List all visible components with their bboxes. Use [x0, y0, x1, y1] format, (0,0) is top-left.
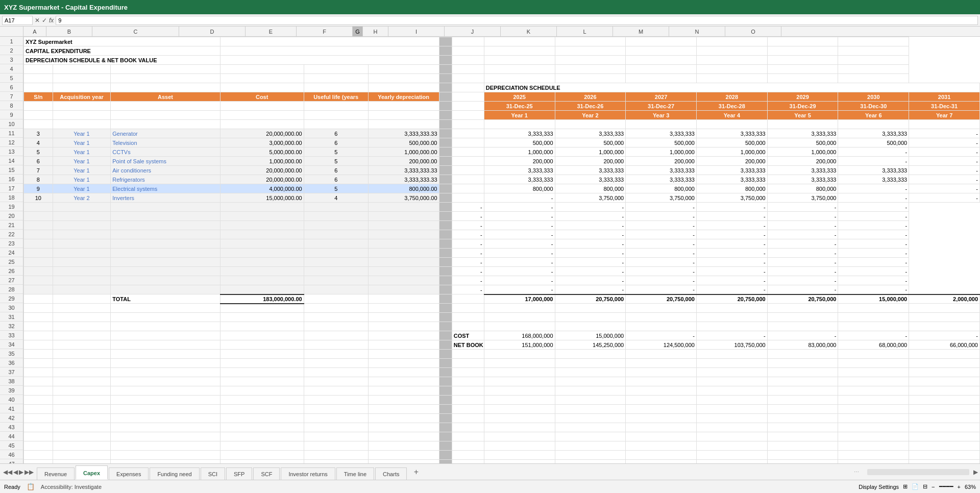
- cell[interactable]: -: [696, 230, 767, 239]
- cell[interactable]: -: [696, 267, 767, 276]
- cell[interactable]: [439, 405, 452, 414]
- cell[interactable]: CCTVs: [111, 147, 220, 157]
- cell[interactable]: [838, 451, 909, 460]
- cell[interactable]: -: [452, 203, 484, 212]
- cell[interactable]: -: [452, 212, 484, 221]
- cell[interactable]: [53, 313, 111, 322]
- cell[interactable]: [24, 340, 53, 350]
- cell[interactable]: 3,000,000.00: [220, 138, 304, 147]
- cell[interactable]: [439, 386, 452, 396]
- cell[interactable]: 2030: [838, 92, 909, 102]
- cell[interactable]: [909, 423, 980, 432]
- cell[interactable]: 4,000,000.00: [220, 184, 304, 193]
- cell[interactable]: [368, 285, 439, 294]
- cell[interactable]: [304, 386, 368, 396]
- cell[interactable]: 800,000: [555, 184, 626, 193]
- cell[interactable]: [304, 377, 368, 386]
- cell[interactable]: [767, 37, 838, 46]
- cell[interactable]: [24, 405, 53, 414]
- cell[interactable]: [452, 102, 484, 111]
- cell[interactable]: [111, 359, 220, 368]
- cell[interactable]: [767, 386, 838, 396]
- cell[interactable]: [24, 423, 53, 432]
- cell[interactable]: [452, 396, 484, 405]
- cell[interactable]: [111, 221, 220, 230]
- cell[interactable]: [53, 258, 111, 267]
- cell[interactable]: -: [626, 212, 697, 221]
- cell[interactable]: -: [838, 157, 909, 166]
- cell[interactable]: [368, 239, 439, 249]
- cell[interactable]: [555, 322, 626, 331]
- cell[interactable]: [439, 432, 452, 441]
- cell[interactable]: [439, 37, 452, 46]
- cell[interactable]: [24, 396, 53, 405]
- cell[interactable]: [696, 304, 767, 313]
- cell[interactable]: -: [696, 203, 767, 212]
- cell[interactable]: [439, 340, 452, 350]
- cell[interactable]: -: [909, 184, 980, 193]
- cell[interactable]: [452, 193, 484, 203]
- sheet-tab-investor-returns[interactable]: Investor returns: [281, 467, 335, 480]
- cell[interactable]: [484, 368, 555, 377]
- cell[interactable]: [439, 258, 452, 267]
- cell[interactable]: -: [555, 221, 626, 230]
- cell[interactable]: [24, 258, 53, 267]
- cell-reference-input[interactable]: [2, 16, 33, 25]
- cell[interactable]: 4: [24, 138, 53, 147]
- cell[interactable]: [24, 203, 53, 212]
- cell[interactable]: [439, 56, 452, 65]
- cell[interactable]: [626, 460, 697, 464]
- col-header-i[interactable]: I: [388, 27, 445, 36]
- cell[interactable]: -: [838, 276, 909, 285]
- cell[interactable]: [452, 460, 484, 464]
- cell[interactable]: [304, 432, 368, 441]
- cell[interactable]: [439, 451, 452, 460]
- cell[interactable]: [24, 212, 53, 221]
- cell[interactable]: -: [767, 258, 838, 267]
- cell[interactable]: [484, 451, 555, 460]
- cell[interactable]: 68,000,000: [838, 340, 909, 350]
- cell[interactable]: 800,000: [696, 184, 767, 193]
- cell[interactable]: 20,000,000.00: [220, 175, 304, 184]
- cell[interactable]: [111, 267, 220, 276]
- cell[interactable]: Year 1: [53, 129, 111, 138]
- page-break-icon[interactable]: ⊟: [923, 483, 927, 490]
- cell[interactable]: [111, 423, 220, 432]
- cell[interactable]: [368, 276, 439, 285]
- cell[interactable]: [439, 111, 452, 120]
- cell[interactable]: [439, 304, 452, 313]
- sheet-tab-expenses[interactable]: Expenses: [109, 467, 149, 480]
- cell[interactable]: 20,750,000: [626, 294, 697, 304]
- scroll-right-arrow[interactable]: ▶: [973, 469, 978, 476]
- cell[interactable]: 124,500,000: [626, 340, 697, 350]
- cell[interactable]: [24, 432, 53, 441]
- cell[interactable]: [452, 74, 484, 83]
- sheet-tab-sfp[interactable]: SFP: [226, 467, 252, 480]
- cell[interactable]: [53, 285, 111, 294]
- cell[interactable]: [304, 212, 368, 221]
- cell[interactable]: [838, 120, 909, 129]
- cell[interactable]: -: [626, 221, 697, 230]
- cell[interactable]: [24, 441, 53, 451]
- cell[interactable]: [304, 74, 368, 83]
- nav-arrows[interactable]: ◀◀ ◀ ▶ ▶▶: [0, 469, 37, 476]
- cell[interactable]: [24, 331, 53, 340]
- cell[interactable]: [111, 460, 220, 464]
- cell[interactable]: [767, 414, 838, 423]
- zoom-slider[interactable]: ━━━━: [939, 483, 953, 490]
- cell[interactable]: [53, 203, 111, 212]
- cell[interactable]: -: [767, 285, 838, 294]
- col-header-c[interactable]: C: [92, 27, 179, 36]
- cell[interactable]: Year 2: [53, 193, 111, 203]
- cell[interactable]: [696, 451, 767, 460]
- cell[interactable]: -: [838, 267, 909, 276]
- cell[interactable]: [626, 359, 697, 368]
- cell[interactable]: [439, 276, 452, 285]
- cell[interactable]: [304, 304, 368, 313]
- cell[interactable]: [439, 166, 452, 175]
- cell[interactable]: [368, 74, 439, 83]
- cell[interactable]: -: [767, 267, 838, 276]
- cell[interactable]: [838, 405, 909, 414]
- cell[interactable]: Year 6: [838, 111, 909, 120]
- cell[interactable]: 168,000,000: [484, 331, 555, 340]
